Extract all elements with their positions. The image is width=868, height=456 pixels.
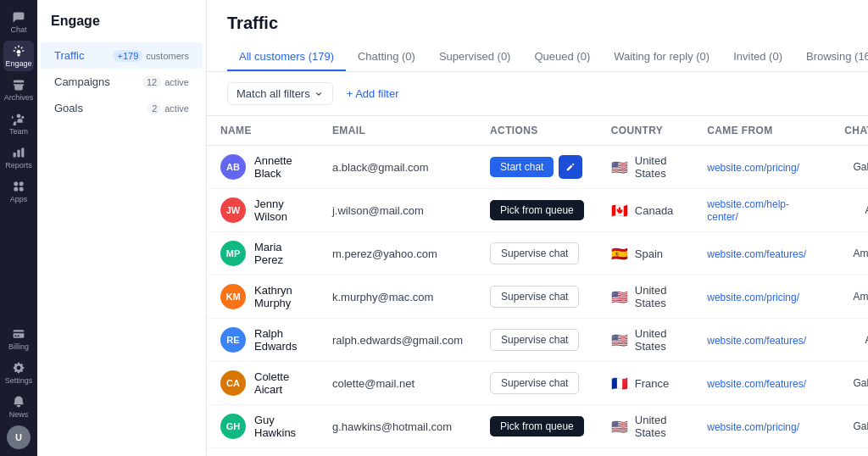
- table-row: RE Ralph Edwards ralph.edwards@gmail.com…: [207, 319, 868, 362]
- name-cell: MP Maria Perez: [207, 232, 319, 275]
- tab-browsing[interactable]: Browsing (165): [794, 43, 868, 71]
- nav-header: Engage: [37, 14, 206, 42]
- nav-item-goals[interactable]: Goals 2 active: [41, 95, 203, 121]
- sidebar-item-reports[interactable]: Reports: [3, 142, 34, 173]
- start-chat-button[interactable]: Start chat: [490, 157, 554, 177]
- nav-item-campaigns[interactable]: Campaigns 12 active: [41, 69, 203, 95]
- customer-name: Ralph Edwards: [254, 327, 305, 353]
- email-cell: a.black@gmail.com: [319, 146, 476, 189]
- came-from-cell[interactable]: website.com/features/: [693, 362, 831, 405]
- flag-icon: 🇫🇷: [611, 375, 628, 392]
- country-name: United States: [635, 327, 680, 353]
- tab-chatting[interactable]: Chatting (0): [346, 43, 427, 71]
- chatting-with-cell: Amanda Wiley: [831, 232, 868, 275]
- pick-from-queue-button[interactable]: Pick from queue: [490, 416, 584, 437]
- tab-queued[interactable]: Queued (0): [522, 43, 602, 71]
- came-from-link[interactable]: website.com/features/: [707, 335, 806, 347]
- flag-icon: 🇺🇸: [611, 289, 628, 305]
- supervise-chat-button[interactable]: Supervise chat: [490, 286, 579, 308]
- edit-button[interactable]: [559, 155, 582, 179]
- country-cell: 🇺🇸United States: [598, 405, 693, 448]
- came-from-link[interactable]: website.com/pricing/: [707, 162, 799, 174]
- nav-label-goals: Goals: [54, 102, 83, 114]
- sidebar-item-archives[interactable]: Archives: [3, 75, 34, 105]
- country-cell: 🇺🇸United States: [598, 319, 693, 362]
- came-from-cell[interactable]: website.com/features/: [693, 319, 831, 362]
- chatting-with-cell: Gabriel Glover: [831, 362, 868, 405]
- came-from-cell[interactable]: website.com/pricing/: [693, 146, 831, 189]
- country-cell: 🇪🇸Spain: [598, 232, 693, 275]
- pick-from-queue-button[interactable]: Pick from queue: [490, 200, 584, 220]
- actions-cell: Start chat: [476, 146, 598, 189]
- tabs-bar: All customers (179) Chatting (0) Supervi…: [227, 43, 848, 71]
- col-came-from: Came from: [693, 116, 831, 146]
- supervise-chat-button[interactable]: Supervise chat: [490, 372, 579, 394]
- tab-waiting-reply[interactable]: Waiting for reply (0): [602, 43, 721, 71]
- agent-name: Gabriel Glover: [853, 377, 868, 389]
- tab-supervised[interactable]: Supervised (0): [427, 43, 523, 71]
- page-title: Traffic: [227, 14, 848, 33]
- came-from-cell[interactable]: website.com/pricing/: [693, 275, 831, 319]
- sidebar-item-settings[interactable]: Settings: [3, 358, 34, 388]
- flag-icon: 🇨🇦: [611, 203, 628, 219]
- email-cell: ralph.edwards@gmail.com: [319, 319, 476, 362]
- came-from-link[interactable]: website.com/pricing/: [707, 421, 799, 433]
- came-from-link[interactable]: website.com/features/: [707, 248, 806, 260]
- actions-cell: Pick from queue: [476, 189, 598, 232]
- agent-name: Amanda Wiley: [853, 247, 868, 259]
- country-name: United States: [635, 284, 680, 309]
- email-cell: g.hawkins@hotmail.com: [319, 405, 476, 448]
- traffic-badge: +179: [113, 50, 142, 62]
- came-from-cell[interactable]: website.com/pricing/: [693, 448, 831, 457]
- col-country: Country: [598, 116, 693, 146]
- tab-invited[interactable]: Invited (0): [721, 43, 794, 71]
- actions-cell: Supervise chat: [476, 232, 598, 275]
- add-filter-button[interactable]: + Add filter: [340, 83, 406, 104]
- came-from-cell[interactable]: website.com/features/: [693, 232, 831, 275]
- name-cell: DR Darlene Robertson: [207, 448, 319, 457]
- actions-cell: Supervise chat: [476, 362, 598, 405]
- nav-sidebar: Engage Traffic +179 customers Campaigns …: [37, 0, 207, 456]
- came-from-cell[interactable]: website.com/pricing/: [693, 405, 831, 448]
- email-cell: m.perez@yahoo.com: [319, 232, 476, 275]
- country-cell: 🇨🇦Canada: [598, 448, 693, 457]
- nav-item-traffic[interactable]: Traffic +179 customers: [41, 42, 203, 69]
- table-row: DR Darlene Robertson d.robertson@yahoo.c…: [207, 448, 868, 457]
- supervise-chat-button[interactable]: Supervise chat: [490, 329, 579, 351]
- table-row: GH Guy Hawkins g.hawkins@hotmail.comPick…: [207, 405, 868, 448]
- traffic-badge2: customers: [146, 51, 189, 61]
- customer-avatar: AB: [220, 154, 246, 180]
- chatting-with-cell: Gabriel Glover: [831, 405, 868, 448]
- agent-name: Alyssa Hale: [865, 334, 868, 346]
- actions-cell: Start chat: [476, 448, 598, 457]
- match-filter-select[interactable]: Match all filters: [227, 82, 333, 105]
- came-from-link[interactable]: website.com/features/: [707, 378, 806, 390]
- sidebar-item-apps[interactable]: Apps: [3, 176, 34, 207]
- table-row: JW Jenny Wilson j.wilson@mail.comPick fr…: [207, 189, 868, 232]
- sidebar-item-engage[interactable]: Engage: [3, 41, 34, 71]
- sidebar-item-billing[interactable]: Billing: [3, 324, 34, 354]
- name-cell: JW Jenny Wilson: [207, 189, 319, 232]
- table-row: CA Colette Aicart colette@mail.netSuperv…: [207, 362, 868, 405]
- supervise-chat-button[interactable]: Supervise chat: [490, 242, 579, 264]
- email-cell: k.murphy@mac.com: [319, 275, 476, 319]
- came-from-cell[interactable]: website.com/help-center/: [693, 189, 831, 232]
- country-cell: 🇺🇸United States: [598, 146, 693, 189]
- sidebar-item-team[interactable]: Team: [3, 108, 34, 139]
- country-name: Spain: [635, 247, 663, 260]
- name-cell: GH Guy Hawkins: [207, 405, 319, 448]
- name-cell: CA Colette Aicart: [207, 362, 319, 405]
- came-from-link[interactable]: website.com/pricing/: [707, 292, 799, 303]
- customer-name: Maria Perez: [254, 241, 305, 266]
- col-email: Email: [319, 116, 476, 146]
- goals-badge: 2: [147, 103, 161, 114]
- col-actions: Actions: [476, 116, 598, 146]
- flag-icon: 🇺🇸: [611, 159, 628, 175]
- tab-all-customers[interactable]: All customers (179): [227, 43, 346, 71]
- came-from-link[interactable]: website.com/help-center/: [707, 198, 789, 223]
- sidebar-item-news[interactable]: News: [3, 392, 34, 422]
- sidebar-item-chat[interactable]: Chat: [3, 7, 34, 37]
- traffic-table-container: Name Email Actions Country Came from Cha…: [207, 116, 868, 456]
- country-cell: 🇫🇷France: [598, 362, 693, 405]
- user-avatar[interactable]: U: [7, 425, 31, 449]
